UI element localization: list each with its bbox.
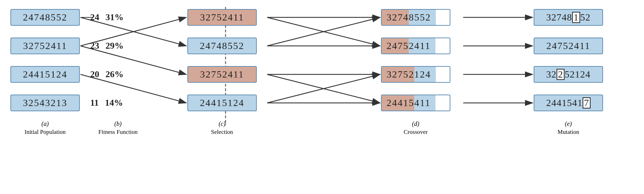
chrom-box-d3: 24415411 — [381, 95, 450, 111]
e0-highlight: 1 — [572, 12, 580, 23]
e2-part1: 32 — [546, 69, 557, 80]
chrom-box-d0: 32748552 — [381, 9, 450, 26]
e0-part3: 52 — [580, 12, 591, 23]
chrom-c-0: 32752411 — [187, 7, 257, 28]
chrom-d1-right: 2411 — [409, 38, 435, 54]
fitness-row-1: 23 29% — [90, 35, 146, 56]
fitness-rows: 24 31% 23 29% 20 26% 11 14% — [90, 7, 146, 113]
label-e: (e) Mutation — [534, 120, 603, 136]
chrom-box-c2: 32752411 — [187, 66, 257, 83]
fitness-row-3: 11 14% — [90, 92, 146, 113]
label-a-name: Initial Population — [10, 129, 80, 136]
chrom-d-0: 32748552 — [381, 7, 450, 28]
fitness-row-2: 20 26% — [90, 64, 146, 85]
initial-pop-rows: 24748552 32752411 24415124 32543213 — [10, 7, 80, 113]
chrom-box-c0: 32752411 — [187, 9, 257, 26]
chrom-box-a1: 32752411 — [10, 38, 80, 54]
label-c: (c) Selection — [187, 120, 257, 136]
col-initial-population: 24748552 32752411 24415124 32543213 (a) … — [10, 7, 80, 136]
chrom-box-c3: 24415124 — [187, 95, 257, 111]
mutation-rows: 32748152 24752411 32252124 24415417 — [534, 7, 603, 113]
chrom-box-d1: 24752411 — [381, 38, 450, 54]
fitness-val-0: 24 — [90, 12, 99, 23]
fitness-val-2: 20 — [90, 69, 99, 80]
chrom-d-2: 32752124 — [381, 64, 450, 85]
svg-line-11 — [267, 74, 380, 103]
label-d-name: Crossover — [381, 129, 450, 136]
chrom-e-2: 32252124 — [534, 64, 603, 85]
chrom-e-0: 32748152 — [534, 7, 603, 28]
svg-line-7 — [267, 17, 380, 46]
fitness-row-0: 24 31% — [90, 7, 146, 28]
e2-part3: 52124 — [565, 69, 591, 80]
label-c-name: Selection — [187, 129, 257, 136]
chrom-e-3: 24415417 — [534, 92, 603, 113]
chrom-a-1: 32752411 — [10, 35, 80, 56]
chrom-c-3: 24415124 — [187, 92, 257, 113]
chrom-box-e0: 32748152 — [534, 9, 603, 26]
chrom-d3-left: 24415 — [382, 95, 414, 111]
label-b-letter: (b) — [90, 120, 146, 128]
chrom-a-2: 24415124 — [10, 64, 80, 85]
chrom-d2-right: 124 — [414, 67, 436, 82]
label-a: (a) Initial Population — [10, 120, 80, 136]
label-b-name: Fitness Function — [90, 129, 146, 136]
col-selection: 32752411 24748552 32752411 24415124 (c) … — [187, 7, 257, 136]
chrom-c-2: 32752411 — [187, 64, 257, 85]
chrom-d-3: 24415411 — [381, 92, 450, 113]
chrom-c-1: 24748552 — [187, 35, 257, 56]
chrom-d0-left: 3274 — [382, 10, 409, 25]
col-fitness: 24 31% 23 29% 20 26% 11 14% (b) Fitness … — [90, 7, 146, 136]
chrom-box-d2: 32752124 — [381, 66, 450, 83]
fitness-pct-0: 31% — [105, 12, 124, 23]
chrom-box-e1: 24752411 — [534, 38, 603, 54]
chrom-d3-right: 411 — [414, 95, 435, 111]
label-d: (d) Crossover — [381, 120, 450, 136]
e3-highlight: 7 — [583, 97, 591, 108]
chrom-a-0: 24748552 — [10, 7, 80, 28]
fitness-val-1: 23 — [90, 41, 99, 51]
chrom-box-a0: 24748552 — [10, 9, 80, 26]
chrom-box-e3: 24415417 — [534, 95, 603, 111]
chrom-d1-left: 2475 — [382, 38, 409, 54]
label-e-letter: (e) — [534, 120, 603, 128]
fitness-pct-1: 29% — [105, 41, 124, 51]
fitness-val-3: 11 — [90, 98, 99, 108]
chrom-box-c1: 24748552 — [187, 38, 257, 54]
e3-part1: 2441541 — [546, 97, 583, 108]
chrom-d0-right: 8552 — [409, 10, 436, 25]
col-crossover: 32748552 24752411 32752124 24415411 — [381, 7, 450, 136]
fitness-pct-2: 26% — [105, 69, 124, 80]
label-d-letter: (d) — [381, 120, 450, 128]
selection-rows: 32752411 24748552 32752411 24415124 — [187, 7, 257, 113]
label-e-name: Mutation — [534, 129, 603, 136]
svg-line-8 — [267, 17, 380, 46]
label-c-letter: (c) — [187, 120, 257, 128]
label-a-letter: (a) — [10, 120, 80, 128]
main-diagram: 24748552 32752411 24415124 32543213 (a) … — [0, 0, 644, 194]
chrom-e-1: 24752411 — [534, 35, 603, 56]
chrom-box-e2: 32252124 — [534, 66, 603, 83]
label-b: (b) Fitness Function — [90, 120, 146, 136]
chrom-box-a2: 24415124 — [10, 66, 80, 83]
chrom-a-3: 32543213 — [10, 92, 80, 113]
e2-highlight: 2 — [557, 69, 565, 80]
col-mutation: 32748152 24752411 32252124 24415417 (e) — [534, 7, 603, 136]
svg-line-12 — [267, 74, 380, 103]
fitness-pct-3: 14% — [105, 98, 123, 108]
chrom-d2-left: 32752 — [382, 67, 414, 82]
e0-part1: 32748 — [546, 12, 572, 23]
crossover-rows: 32748552 24752411 32752124 24415411 — [381, 7, 450, 113]
chrom-box-a3: 32543213 — [10, 95, 80, 111]
chrom-d-1: 24752411 — [381, 35, 450, 56]
